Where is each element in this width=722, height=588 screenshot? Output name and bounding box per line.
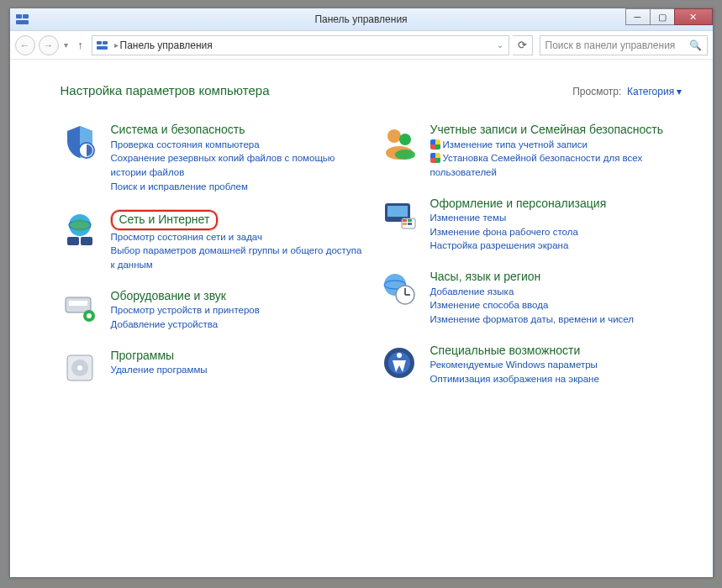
user-accounts-icon <box>380 123 419 161</box>
left-column: Система и безопасность Проверка состояни… <box>61 123 363 404</box>
category-programs: Программы Удаление программы <box>61 349 363 387</box>
sublink[interactable]: Рекомендуемые Windows параметры <box>430 358 599 372</box>
sublink[interactable]: Изменение форматов даты, времени и чисел <box>430 312 635 327</box>
category-title[interactable]: Оборудование и звук <box>111 289 260 304</box>
programs-icon <box>61 349 99 387</box>
clock-language-icon <box>380 270 419 308</box>
ease-of-access-icon <box>380 344 419 382</box>
svg-rect-2 <box>16 20 29 24</box>
hardware-sound-icon <box>61 289 99 328</box>
up-button[interactable]: ↑ <box>73 38 88 53</box>
svg-point-14 <box>87 313 92 318</box>
sublink[interactable]: Проверка состояния компьютера <box>111 138 363 152</box>
nav-bar: ← → ▾ ↑ ▸ Панель управления ⌄ ⟳ Поиск в … <box>10 31 713 60</box>
sublink[interactable]: Изменение способа ввода <box>430 298 635 312</box>
category-hardware-sound: Оборудование и звук Просмотр устройств и… <box>61 289 363 332</box>
window-buttons: ─ ▢ ✕ <box>626 8 713 25</box>
svg-point-18 <box>387 129 401 143</box>
svg-rect-5 <box>97 46 108 50</box>
system-security-icon <box>61 123 99 161</box>
svg-rect-1 <box>23 14 29 18</box>
close-button[interactable]: ✕ <box>674 8 713 25</box>
network-internet-icon <box>61 210 99 249</box>
category-system-security: Система и безопасность Проверка состояни… <box>61 123 363 193</box>
sublink[interactable]: Добавление языка <box>430 285 635 299</box>
category-appearance: Оформление и персонализация Изменение те… <box>380 197 682 254</box>
minimize-button[interactable]: ─ <box>625 8 651 25</box>
page-title: Настройка параметров компьютера <box>61 83 270 97</box>
sublink[interactable]: Просмотр устройств и принтеров <box>111 303 260 318</box>
category-title[interactable]: Программы <box>111 349 208 364</box>
maximize-button[interactable]: ▢ <box>650 8 675 25</box>
breadcrumb-path[interactable]: Панель управления <box>120 39 213 51</box>
category-title[interactable]: Система и безопасность <box>111 123 363 138</box>
category-ease-of-access: Специальные возможности Рекомендуемые Wi… <box>380 344 682 386</box>
content-area: Настройка параметров компьютера Просмотр… <box>10 60 713 577</box>
window-title: Панель управления <box>314 13 407 25</box>
category-title[interactable]: Оформление и персонализация <box>430 197 607 212</box>
sublink[interactable]: Установка Семейной безопасности для всех… <box>430 151 682 179</box>
search-input[interactable]: Поиск в панели управления 🔍 <box>540 35 708 55</box>
control-panel-icon <box>15 12 30 27</box>
forward-button[interactable]: → <box>39 35 59 55</box>
svg-rect-3 <box>97 41 102 45</box>
search-placeholder: Поиск в панели управления <box>545 39 676 51</box>
svg-rect-27 <box>403 223 407 225</box>
view-by: Просмотр: Категория ▾ <box>572 86 682 97</box>
category-title-highlighted[interactable]: Сеть и Интернет <box>111 210 219 230</box>
sublink[interactable]: Выбор параметров домашней группы и общег… <box>111 244 363 271</box>
viewby-label: Просмотр: <box>572 86 621 97</box>
sublink[interactable]: Изменение типа учетной записи <box>430 138 682 152</box>
svg-rect-12 <box>69 301 87 306</box>
breadcrumb-icon <box>96 39 109 52</box>
category-title[interactable]: Учетные записи и Семейная безопасность <box>430 123 682 138</box>
category-clock-language: Часы, язык и регион Добавление языка Изм… <box>380 270 682 327</box>
sublink[interactable]: Изменение фона рабочего стола <box>430 225 607 239</box>
sublink[interactable]: Поиск и исправление проблем <box>111 180 363 194</box>
category-user-accounts: Учетные записи и Семейная безопасность И… <box>380 123 682 180</box>
control-panel-window: Панель управления ─ ▢ ✕ ← → ▾ ↑ ▸ Панель… <box>9 8 714 578</box>
refresh-button[interactable]: ⟳ <box>513 35 533 55</box>
svg-rect-26 <box>408 219 412 222</box>
svg-point-36 <box>397 353 402 358</box>
svg-point-19 <box>399 134 411 145</box>
sublink[interactable]: Оптимизация изображения на экране <box>430 372 599 386</box>
recent-locations-button[interactable]: ▾ <box>62 40 70 50</box>
breadcrumb-separator-start[interactable]: ▸ <box>113 40 120 50</box>
svg-rect-10 <box>81 237 92 245</box>
svg-rect-28 <box>408 223 412 225</box>
breadcrumb-dropdown[interactable]: ⌄ <box>495 40 505 50</box>
svg-rect-4 <box>103 41 108 45</box>
category-title[interactable]: Специальные возможности <box>430 344 599 359</box>
sublink[interactable]: Удаление программы <box>111 363 208 377</box>
sublink[interactable]: Просмотр состояния сети и задач <box>111 230 363 244</box>
sublink[interactable]: Изменение темы <box>430 211 607 225</box>
category-network-internet: Сеть и Интернет Просмотр состояния сети … <box>61 210 363 272</box>
titlebar: Панель управления ─ ▢ ✕ <box>10 8 713 31</box>
search-icon[interactable]: 🔍 <box>689 39 702 51</box>
category-title[interactable]: Часы, язык и регион <box>430 270 635 285</box>
sublink[interactable]: Сохранение резервных копий файлов с помо… <box>111 151 363 179</box>
svg-rect-0 <box>16 14 22 18</box>
svg-rect-9 <box>67 237 79 245</box>
svg-point-17 <box>77 365 82 370</box>
svg-rect-23 <box>387 206 408 217</box>
sublink[interactable]: Добавление устройства <box>111 318 260 332</box>
back-button[interactable]: ← <box>15 35 35 55</box>
sublink[interactable]: Настройка разрешения экрана <box>430 239 607 253</box>
breadcrumb[interactable]: ▸ Панель управления ⌄ <box>92 35 509 55</box>
svg-rect-25 <box>403 219 407 222</box>
right-column: Учетные записи и Семейная безопасность И… <box>380 123 682 404</box>
appearance-icon <box>380 197 419 235</box>
svg-point-21 <box>395 150 415 160</box>
viewby-dropdown[interactable]: Категория ▾ <box>627 86 682 97</box>
